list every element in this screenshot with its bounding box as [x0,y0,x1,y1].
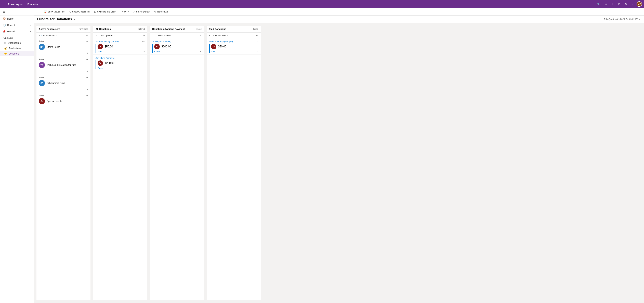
sidebar-item-dashboards[interactable]: ▦ Dashboards [0,40,34,46]
page-title-chevron-icon[interactable]: ∨ [74,18,75,20]
col-cards-active-fundraisers: Active ··· SR Storm Relief ∨ [36,38,90,300]
switch-to-tile-view-button[interactable]: ⊞ Switch to Tile View [92,10,117,14]
donation-card-jim-awaiting: Jim Glynn (sample) ··· Te $200.00 Open ∨ [150,38,204,55]
date-range[interactable]: This Quarter 4/1/2021 To 6/30/2021 ∨ [604,18,640,20]
donation-card-yvonne-paid: Yvonne McKay (sample) ··· Te $50.00 Paid… [206,38,261,55]
new-button[interactable]: + New ∨ [118,10,131,14]
donation-expand-jim-awaiting[interactable]: ∨ [200,50,202,53]
set-as-default-button[interactable]: ✓ Set As Default [131,10,152,14]
top-nav-bar: ⊞ Power Apps | Fundraiser 🔍 ○ + ▽ ⚙ ? MP [0,0,644,8]
show-visual-filter-label: Show Visual Filter [48,10,65,13]
donation-status-link-yvonne-all[interactable]: Paid [98,50,102,53]
col-count-all-donations: 2 [96,34,97,37]
visual-filter-icon: 📊 [44,10,47,13]
donation-status-link-jim-all[interactable]: Open [98,67,103,70]
app-logo-text: Power Apps [8,3,22,6]
settings-icon[interactable]: ○ [604,2,608,6]
donation-expand-jim-all[interactable]: ∨ [143,67,145,70]
donation-donor-link-yvonne-all[interactable]: Yvonne McKay (sample) [96,40,119,43]
sidebar-item-fundraisers[interactable]: 💰 Fundraisers [0,46,34,51]
col-title-paid-donations: Paid Donations [209,28,250,30]
view-toggle-awaiting-icon[interactable]: ⊟ [200,34,202,37]
sidebar-item-pinned[interactable]: 📌 Pinned ∨ [0,28,34,35]
sidebar-home-label: Home [7,18,14,20]
sidebar-item-home[interactable]: 🏠 Home [0,16,34,22]
col-sort-all-donations: 2 ↓ Last Updated ∨ ⊟ [93,32,147,38]
back-button[interactable]: ← [36,10,42,14]
donations-icon: 🤝 [4,52,7,55]
sort-arrow-awaiting-payment-icon[interactable]: ↓ [154,34,156,37]
sidebar-recent-label: Recent [7,24,15,26]
donation-avatar-jim-all: Te [98,60,103,66]
sort-field-awaiting-payment[interactable]: Last Updated ∨ [157,34,171,37]
grid-menu-icon[interactable]: ⊞ [2,2,6,6]
sort-arrow-icon[interactable]: ↓ [41,34,42,37]
tile-view-icon: ⊞ [94,10,96,13]
sort-arrow-paid-donations-icon[interactable]: ↓ [211,34,212,37]
donation-amount-jim-awaiting: $200.00 [162,45,171,48]
card-status-storm-relief: Active [39,40,44,42]
card-expand-storm-relief[interactable]: ∨ [86,52,88,54]
donation-amount-yvonne-all: $50.00 [105,45,113,48]
donation-more-yvonne-all[interactable]: ··· [142,40,145,43]
card-expand-scholarship-fund[interactable]: ∨ [86,88,88,90]
show-visual-filter-button[interactable]: 📊 Show Visual Filter [42,10,67,14]
donation-amount-jim-all: $200.00 [105,62,114,65]
fundraisers-icon: 💰 [4,47,7,50]
sidebar-item-donations[interactable]: 🤝 Donations [0,51,34,56]
col-cards-paid-donations: Yvonne McKay (sample) ··· Te $50.00 Paid… [206,38,261,300]
donation-donor-link-jim-awaiting[interactable]: Jim Glynn (sample) [152,40,171,43]
donation-status-link-jim-awaiting[interactable]: Open [154,50,160,53]
date-range-chevron-icon: ∨ [639,18,640,20]
card-more-scholarship-fund[interactable]: ··· [86,76,88,79]
view-toggle-all-donations-icon[interactable]: ⊟ [143,34,145,37]
view-toggle-icon[interactable]: ⊟ [86,34,88,37]
hamburger-menu[interactable]: ☰ [0,8,34,16]
sidebar-item-recent[interactable]: 🕐 Recent ∨ [0,22,34,28]
refresh-icon: ↻ [154,10,156,13]
sidebar: ☰ 🏠 Home 🕐 Recent ∨ 📌 Pinned ∨ Fundraise… [0,8,34,303]
card-more-storm-relief[interactable]: ··· [86,40,88,43]
sort-field-chevron-icon: ∨ [56,34,57,36]
filter-icon[interactable]: ▽ [616,2,621,6]
refresh-all-button[interactable]: ↻ Refresh All [152,10,170,14]
donation-more-yvonne-paid[interactable]: ··· [256,40,258,43]
search-icon[interactable]: 🔍 [596,2,602,6]
add-icon[interactable]: + [610,2,614,6]
card-status-special-events: Active [39,94,44,97]
date-range-text: This Quarter 4/1/2021 To 6/30/2021 [604,18,638,20]
card-expand-technical-education[interactable]: ∨ [86,70,88,72]
card-more-technical-education[interactable]: ··· [86,58,88,61]
donation-more-jim-awaiting[interactable]: ··· [199,40,202,43]
donation-donor-link-yvonne-paid[interactable]: Yvonne McKay (sample) [209,40,233,43]
app-name-text: Fundraiser [27,3,40,6]
col-sort-awaiting-payment: 1 ↓ Last Updated ∨ ⊟ [150,32,204,38]
col-title-awaiting-payment: Donations Awaiting Payment [152,28,194,30]
col-sort-paid-donations: 1 ↓ Last Updated ∨ ⊟ [206,32,261,38]
gear-icon[interactable]: ⚙ [623,2,628,6]
card-name-scholarship-fund: Scholarship Fund [46,82,65,84]
sort-arrow-all-donations-icon[interactable]: ↓ [98,34,99,37]
kanban-area: Active Fundraisers Unfiltered 4 ↓ Modifi… [34,23,644,303]
donation-more-jim-all[interactable]: ··· [142,56,145,60]
kanban-col-awaiting-payment: Donations Awaiting Payment Filtered 1 ↓ … [150,26,204,300]
show-global-filter-button[interactable]: ▽ Show Global Filter [68,10,92,14]
user-avatar[interactable]: MP [636,1,642,7]
view-toggle-paid-icon[interactable]: ⊟ [256,34,258,37]
donation-donor-link-jim-all[interactable]: Jim Glynn (sample) [96,57,114,59]
donation-status-link-yvonne-paid[interactable]: Paid [211,50,216,53]
dashboards-icon: ▦ [4,42,6,44]
sidebar-pinned-label: Pinned [7,30,15,33]
card-more-special-events[interactable]: ··· [86,94,88,97]
help-icon[interactable]: ? [630,2,634,6]
sort-field-active-fundraisers[interactable]: Modified On ∨ [43,34,57,37]
sort-field-paid-donations[interactable]: Last Updated ∨ [213,34,228,37]
donation-expand-yvonne-all[interactable]: ∨ [143,50,145,53]
app-layout: ☰ 🏠 Home 🕐 Recent ∨ 📌 Pinned ∨ Fundraise… [0,8,644,303]
show-global-filter-label: Show Global Filter [72,10,90,13]
donation-expand-yvonne-paid[interactable]: ∨ [257,50,258,53]
page-title: Fundraiser Donations [37,17,72,21]
sort-field-all-donations[interactable]: Last Updated ∨ [100,34,114,37]
donation-avatar-yvonne-all: Te [98,44,103,49]
set-as-default-label: Set As Default [136,10,150,13]
